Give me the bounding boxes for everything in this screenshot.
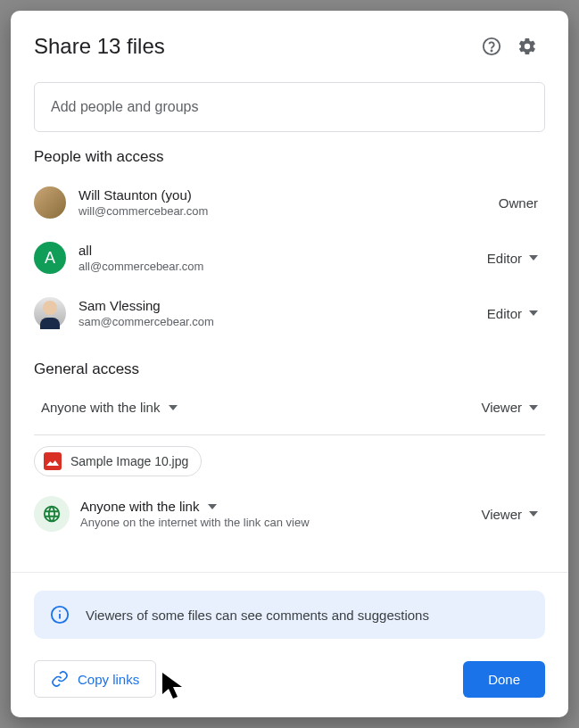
globe-icon	[34, 496, 70, 532]
role-dropdown[interactable]: Editor	[480, 301, 545, 327]
access-scope-text: Anyone with the link	[41, 400, 160, 415]
link-access-info: Anyone with the link Anyone on the inter…	[80, 499, 474, 529]
role-text: Viewer	[481, 507, 522, 522]
info-banner-text: Viewers of some files can see comments a…	[86, 608, 429, 623]
dialog-header: Share 13 files	[11, 11, 568, 75]
add-people-input-wrap[interactable]	[34, 82, 545, 132]
person-email: all@commercebear.com	[79, 260, 480, 273]
divider	[34, 434, 545, 435]
image-file-icon	[44, 452, 62, 470]
person-name: Will Staunton (you)	[79, 187, 492, 203]
chevron-down-icon	[529, 511, 538, 517]
link-access-description: Anyone on the internet with the link can…	[80, 516, 474, 529]
person-name: Sam Vlessing	[79, 298, 480, 313]
footer-buttons: Copy links Done	[34, 660, 545, 698]
help-icon[interactable]	[474, 29, 509, 64]
person-email: sam@commercebear.com	[79, 315, 480, 328]
person-email: will@commercebear.com	[79, 204, 492, 218]
role-text: Owner	[499, 195, 538, 211]
avatar	[34, 186, 66, 219]
general-access-section: General access Anyone with the link View…	[34, 360, 545, 535]
file-chip-name: Sample Image 10.jpg	[70, 454, 188, 468]
person-info: all all@commercebear.com	[79, 243, 480, 273]
chevron-down-icon	[169, 405, 178, 410]
chevron-down-icon	[529, 255, 538, 261]
add-people-input[interactable]	[51, 99, 528, 115]
role-label: Owner	[492, 190, 545, 216]
people-section-title: People with access	[34, 148, 545, 166]
gear-icon[interactable]	[509, 29, 545, 64]
link-access-row: Anyone with the link Anyone on the inter…	[34, 492, 545, 535]
link-scope-dropdown[interactable]: Anyone with the link	[80, 499, 474, 514]
role-text: Editor	[487, 251, 522, 266]
person-name: all	[79, 243, 480, 258]
copy-links-label: Copy links	[78, 672, 139, 687]
general-section-title: General access	[34, 360, 545, 378]
role-dropdown[interactable]: Viewer	[474, 394, 545, 420]
link-icon	[51, 670, 69, 688]
chevron-down-icon	[529, 310, 538, 316]
person-row: Sam Vlessing sam@commercebear.com Editor	[34, 285, 545, 341]
share-dialog: Share 13 files People with access Will S…	[11, 11, 568, 717]
chevron-down-icon	[208, 504, 217, 509]
info-icon	[50, 605, 70, 625]
svg-point-4	[59, 610, 61, 612]
person-info: Will Staunton (you) will@commercebear.co…	[79, 187, 492, 218]
done-button[interactable]: Done	[463, 661, 545, 698]
copy-links-button[interactable]: Copy links	[34, 660, 156, 698]
dialog-body: People with access Will Staunton (you) w…	[11, 75, 568, 572]
person-row: A all all@commercebear.com Editor	[34, 230, 545, 285]
role-dropdown[interactable]: Editor	[480, 245, 545, 271]
role-text: Editor	[487, 306, 522, 321]
access-scope-dropdown[interactable]: Anyone with the link	[41, 400, 474, 415]
file-chip[interactable]: Sample Image 10.jpg	[34, 446, 202, 476]
general-access-row: Anyone with the link Viewer	[34, 387, 545, 431]
dialog-footer: Viewers of some files can see comments a…	[11, 572, 568, 717]
svg-point-1	[491, 50, 492, 51]
info-banner: Viewers of some files can see comments a…	[34, 591, 545, 639]
role-text: Viewer	[481, 400, 522, 415]
dialog-title: Share 13 files	[34, 34, 474, 59]
person-info: Sam Vlessing sam@commercebear.com	[79, 298, 480, 328]
chevron-down-icon	[529, 405, 538, 410]
link-scope-text: Anyone with the link	[80, 499, 199, 514]
person-row: Will Staunton (you) will@commercebear.co…	[34, 175, 545, 230]
avatar	[34, 297, 66, 329]
avatar: A	[34, 242, 66, 274]
role-dropdown[interactable]: Viewer	[474, 501, 545, 527]
